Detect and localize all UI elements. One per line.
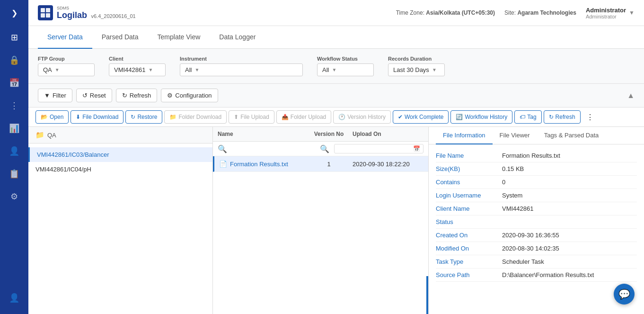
admin-chevron-icon[interactable]: ▼ xyxy=(629,9,635,16)
main-content: SDMS Logilab v6.4_20200616_01 Time Zone:… xyxy=(28,0,644,314)
file-name-cell-0: 📄 Formation Results.txt xyxy=(219,160,305,168)
timezone-info: Time Zone: Asia/Kolkata (UTC+05:30) xyxy=(396,9,495,16)
folder-upload-button[interactable]: 📤 Folder Upload xyxy=(276,110,331,124)
tab-parsed-data[interactable]: Parsed Data xyxy=(92,26,148,49)
admin-section[interactable]: Administrator Administrator ▼ xyxy=(586,7,635,19)
version-history-button[interactable]: 🕐 Version History xyxy=(333,110,391,124)
info-row-login: Login Username System xyxy=(436,189,637,202)
client-value: VMI442861 xyxy=(114,66,146,73)
refresh-icon: ↻ xyxy=(549,114,554,120)
collapse-up-icon[interactable]: ▲ xyxy=(627,91,635,100)
sidebar-item-profile[interactable]: 👤 xyxy=(9,287,19,309)
folder-header: 📁 QA xyxy=(28,127,212,144)
tab-template-view[interactable]: Template View xyxy=(148,26,210,49)
site-info: Site: Agaram Technologies xyxy=(504,9,576,16)
chat-fab[interactable]: 💬 xyxy=(614,284,635,305)
file-rows: 📄 Formation Results.txt 1 2020-09-30 18:… xyxy=(213,156,428,276)
file-row-0[interactable]: 📄 Formation Results.txt 1 2020-09-30 18:… xyxy=(213,156,428,172)
chart-icon: 📊 xyxy=(9,123,19,134)
restore-button[interactable]: ↻ Restore xyxy=(125,110,162,124)
more-options-button[interactable]: ⋮ xyxy=(582,111,598,124)
info-row-modified: Modified On 2020-08-30 14:02:35 xyxy=(436,242,637,255)
app-header: SDMS Logilab v6.4_20200616_01 Time Zone:… xyxy=(28,0,644,26)
calendar-icon: 📅 xyxy=(9,78,19,88)
info-val-size: 0.15 KB xyxy=(502,165,637,172)
folder-upload-icon: 📤 xyxy=(282,114,289,120)
sidebar-toggle[interactable]: ❯ xyxy=(0,0,28,26)
logo-area: SDMS Logilab v6.4_20200616_01 xyxy=(38,5,136,20)
tab-server-data[interactable]: Server Data xyxy=(38,26,92,49)
work-complete-button[interactable]: ✔ Work Complete xyxy=(393,110,449,124)
sidebar-item-hierarchy[interactable]: ⋮ xyxy=(0,94,28,117)
work-complete-icon: ✔ xyxy=(398,114,403,120)
info-key-modified: Modified On xyxy=(436,245,502,252)
main-tabs: Server Data Parsed Data Template View Da… xyxy=(28,26,644,49)
sidebar-item-user[interactable]: 👤 xyxy=(0,140,28,162)
sidebar-item-lock[interactable]: 🔒 xyxy=(0,49,28,72)
info-row-tasktype: Task Type Scheduler Task xyxy=(436,255,637,269)
info-row-status: Status xyxy=(436,215,637,229)
file-download-button[interactable]: ⬇ File Download xyxy=(71,110,124,124)
info-key-filename: File Name xyxy=(436,152,502,159)
info-val-login: System xyxy=(502,192,637,199)
configuration-label: Configuration xyxy=(175,92,212,99)
name-search-icon: 🔍 xyxy=(218,144,227,153)
folder-icon: 📁 xyxy=(35,131,44,139)
restore-icon: ↻ xyxy=(131,114,135,120)
date-search-input[interactable]: 📅 xyxy=(334,144,424,153)
sidebar-item-document[interactable]: 📋 xyxy=(0,162,28,185)
admin-name: Administrator xyxy=(586,7,626,14)
svg-rect-1 xyxy=(46,8,50,12)
tab-data-logger[interactable]: Data Logger xyxy=(210,26,265,49)
file-upload-label: File Upload xyxy=(240,114,269,120)
workflow-label: Workflow Status xyxy=(317,56,374,62)
sidebar-item-home[interactable]: ⊞ xyxy=(0,26,28,49)
reset-button[interactable]: ↺ Reset xyxy=(76,89,112,102)
info-row-size: Size(KB) 0.15 KB xyxy=(436,162,637,176)
open-button[interactable]: 📂 Open xyxy=(35,110,69,124)
document-icon: 📋 xyxy=(9,169,19,179)
file-list-panel: Name Version No Upload On 🔍 🔍 📅 xyxy=(213,127,429,314)
sidebar-item-chart[interactable]: 📊 xyxy=(0,117,28,140)
refresh-label: Refresh xyxy=(556,114,575,120)
info-val-client: VMI442861 xyxy=(502,205,637,212)
lock-icon: 🔒 xyxy=(9,55,19,65)
ftp-group-value: QA xyxy=(43,66,52,73)
refresh-button-top[interactable]: ↻ Refresh xyxy=(116,89,158,102)
sidebar-item-calendar[interactable]: 📅 xyxy=(0,72,28,94)
file-upload-button[interactable]: ⬆ File Upload xyxy=(229,110,274,124)
refresh-label-top: Refresh xyxy=(130,92,151,99)
filter-button[interactable]: ▼ Filter xyxy=(38,89,72,102)
refresh-button[interactable]: ↻ Refresh xyxy=(544,110,581,124)
tab-file-information[interactable]: File Information xyxy=(436,127,493,144)
tab-tags-parsed[interactable]: Tags & Parsed Data xyxy=(537,127,606,144)
ftp-group-select[interactable]: QA ▼ xyxy=(38,63,95,76)
folder-item-1[interactable]: VMI442861/IC04/pH xyxy=(28,162,212,177)
folder-download-label: Folder Download xyxy=(178,114,221,120)
info-row-contains: Contains 0 xyxy=(436,176,637,189)
tag-button[interactable]: 🏷 Tag xyxy=(514,110,541,124)
workflow-filter: Workflow Status All ▼ xyxy=(317,56,374,76)
client-select[interactable]: VMI442861 ▼ xyxy=(109,63,166,76)
file-version-0: 1 xyxy=(310,161,348,168)
version-history-label: Version History xyxy=(347,114,386,120)
home-icon: ⊞ xyxy=(11,32,18,43)
workflow-history-button[interactable]: 🔄 Workflow History xyxy=(450,110,512,124)
duration-select[interactable]: Last 30 Days ▼ xyxy=(388,63,445,76)
folder-item-0[interactable]: VMI442861/IC03/Balancer xyxy=(28,147,212,162)
file-download-label: File Download xyxy=(82,114,118,120)
tag-label: Tag xyxy=(527,114,536,120)
folder-download-button[interactable]: 📁 Folder Download xyxy=(164,110,227,124)
folder-item-label-0: VMI442861/IC03/Balancer xyxy=(37,151,109,158)
chat-icon: 💬 xyxy=(618,288,630,300)
info-content: File Name Formation Results.txt Size(KB)… xyxy=(429,144,644,314)
workflow-select[interactable]: All ▼ xyxy=(317,63,374,76)
configuration-button[interactable]: ⚙ Configuration xyxy=(161,89,218,102)
tab-file-viewer[interactable]: File Viewer xyxy=(493,127,537,144)
date-search-icon: 🔍 xyxy=(320,144,329,153)
info-key-created: Created On xyxy=(436,232,502,239)
info-tabs: File Information File Viewer Tags & Pars… xyxy=(429,127,644,144)
info-key-size: Size(KB) xyxy=(436,165,502,172)
instrument-select[interactable]: All ▼ xyxy=(180,63,303,76)
sidebar-item-settings[interactable]: ⚙ xyxy=(0,185,28,208)
